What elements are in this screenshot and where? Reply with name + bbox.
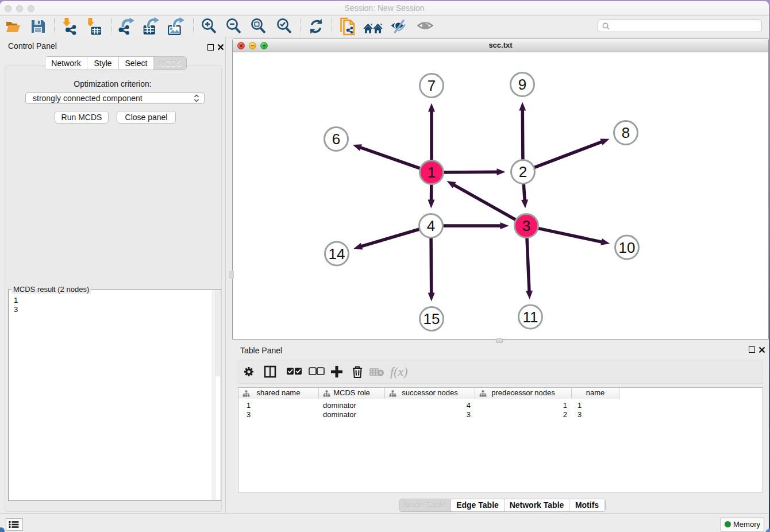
svg-text:10: 10 (619, 239, 636, 256)
svg-text:11: 11 (523, 309, 538, 326)
svg-text:8: 8 (622, 124, 630, 141)
svg-text:f(x): f(x) (390, 364, 408, 379)
svg-text:14: 14 (329, 245, 345, 263)
svg-text:1: 1 (428, 164, 436, 181)
svg-text:2: 2 (519, 163, 527, 180)
svg-text:15: 15 (424, 310, 440, 327)
svg-text:6: 6 (332, 130, 340, 148)
svg-text:9: 9 (518, 76, 526, 93)
svg-text:3: 3 (522, 217, 530, 234)
svg-text:7: 7 (428, 77, 436, 94)
svg-text:4: 4 (427, 217, 435, 234)
